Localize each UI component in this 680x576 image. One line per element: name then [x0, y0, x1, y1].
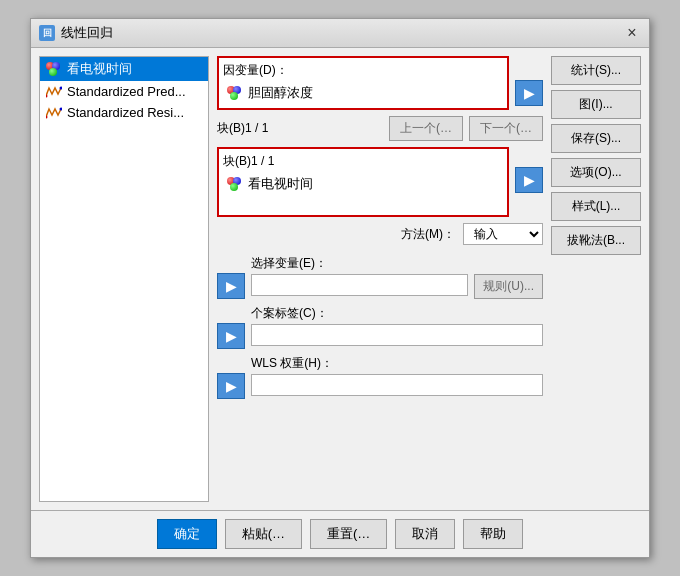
dep-var-icon: [227, 86, 243, 100]
dep-var-item: 胆固醇浓度: [223, 82, 503, 104]
selection-var-wrap: 选择变量(E)： 规则(U)...: [251, 255, 543, 299]
style-button[interactable]: 样式(L)...: [551, 192, 641, 221]
stats-button[interactable]: 统计(S)...: [551, 56, 641, 85]
selection-var-label: 选择变量(E)：: [251, 255, 543, 272]
dialog-body: 看电视时间 Standardized Pred... Standardized: [31, 48, 649, 510]
next-block-button[interactable]: 下一个(…: [469, 116, 543, 141]
zigzag-icon-1: [46, 86, 62, 98]
method-label: 方法(M)：: [401, 226, 455, 243]
list-item-std-resi[interactable]: Standardized Resi...: [40, 102, 208, 123]
dialog-title: 线性回归: [61, 24, 113, 42]
case-label-wrap: 个案标签(C)：: [251, 305, 543, 346]
multiball-icon-1: [46, 62, 62, 76]
case-label-input[interactable]: [251, 324, 543, 346]
wls-weight-input[interactable]: [251, 374, 543, 396]
optional-sections: ▶ 选择变量(E)： 规则(U)... ▶ 个案标签(C)：: [217, 255, 543, 399]
list-item-watch-tv[interactable]: 看电视时间: [40, 57, 208, 81]
indep-var-item: 看电视时间: [223, 173, 503, 195]
middle-panel: 因变量(D)： 胆固醇浓度 ▶ 块(B)1 / 1: [217, 56, 543, 502]
case-label-row: ▶ 个案标签(C)：: [217, 305, 543, 349]
title-bar-left: 回 线性回归: [39, 24, 113, 42]
close-button[interactable]: ×: [623, 24, 641, 42]
reset-button[interactable]: 重置(…: [310, 519, 387, 549]
dep-var-row: 因变量(D)： 胆固醇浓度 ▶: [217, 56, 543, 110]
indep-block: 块(B)1 / 1 看电视时间: [217, 147, 509, 217]
indep-block-title: 块(B)1 / 1: [223, 153, 503, 170]
plot-button[interactable]: 图(I)...: [551, 90, 641, 119]
paste-button[interactable]: 粘贴(…: [225, 519, 302, 549]
svg-point-2: [46, 115, 48, 118]
rule-button[interactable]: 规则(U)...: [474, 274, 543, 299]
right-panel: 统计(S)... 图(I)... 保存(S)... 选项(O)... 样式(L)…: [551, 56, 641, 502]
dep-var-value: 胆固醇浓度: [248, 84, 313, 102]
method-select[interactable]: 输入: [463, 223, 543, 245]
wls-weight-wrap: WLS 权重(H)：: [251, 355, 543, 396]
dep-var-arrow-button[interactable]: ▶: [515, 80, 543, 106]
wls-weight-row: ▶ WLS 权重(H)：: [217, 355, 543, 399]
help-button[interactable]: 帮助: [463, 519, 523, 549]
ok-button[interactable]: 确定: [157, 519, 217, 549]
selection-var-arrow[interactable]: ▶: [217, 273, 245, 299]
case-label-arrow[interactable]: ▶: [217, 323, 245, 349]
list-item-label-2: Standardized Pred...: [67, 84, 186, 99]
case-label-label: 个案标签(C)：: [251, 305, 543, 322]
dep-var-label: 因变量(D)：: [223, 62, 503, 79]
options-button[interactable]: 选项(O)...: [551, 158, 641, 187]
variable-list: 看电视时间 Standardized Pred... Standardized: [39, 56, 209, 502]
prev-block-button[interactable]: 上一个(…: [389, 116, 463, 141]
block-nav: 块(B)1 / 1 上一个(… 下一个(…: [217, 116, 543, 141]
method-row: 方法(M)： 输入: [217, 223, 543, 245]
bottom-bar: 确定 粘贴(… 重置(… 取消 帮助: [31, 510, 649, 557]
selection-var-row: ▶ 选择变量(E)： 规则(U)...: [217, 255, 543, 299]
title-bar: 回 线性回归 ×: [31, 19, 649, 48]
linear-regression-dialog: 回 线性回归 × 看电视时间 Standardized Pred.: [30, 18, 650, 558]
dep-var-section: 因变量(D)： 胆固醇浓度: [217, 56, 509, 110]
wls-weight-label: WLS 权重(H)：: [251, 355, 543, 372]
list-item-label-3: Standardized Resi...: [67, 105, 184, 120]
cancel-button[interactable]: 取消: [395, 519, 455, 549]
wls-weight-arrow[interactable]: ▶: [217, 373, 245, 399]
selection-var-input[interactable]: [251, 274, 468, 296]
list-item-std-pred[interactable]: Standardized Pred...: [40, 81, 208, 102]
zigzag-icon-2: [46, 107, 62, 119]
block-label: 块(B)1 / 1: [217, 120, 383, 137]
svg-point-0: [46, 94, 48, 97]
indep-var-value: 看电视时间: [248, 175, 313, 193]
indep-var-arrow-button[interactable]: ▶: [515, 167, 543, 193]
dialog-icon: 回: [39, 25, 55, 41]
indep-var-row: 块(B)1 / 1 看电视时间 ▶: [217, 147, 543, 217]
indep-var-icon: [227, 177, 243, 191]
save-button[interactable]: 保存(S)...: [551, 124, 641, 153]
bootstrap-button[interactable]: 拔靴法(B...: [551, 226, 641, 255]
list-item-label-1: 看电视时间: [67, 60, 132, 78]
